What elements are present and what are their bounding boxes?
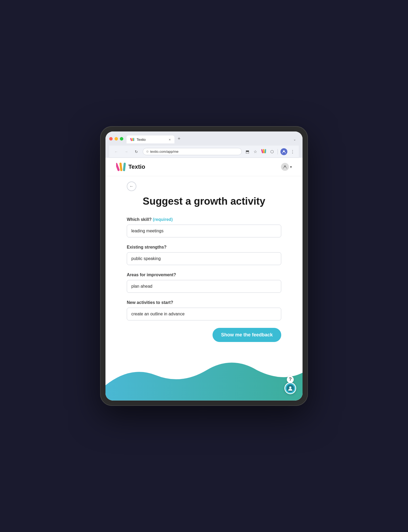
page-content: Textio ▾ ← Suggest a growth activity Whi… <box>105 158 303 401</box>
minimize-button[interactable] <box>115 137 118 141</box>
skill-section: Which skill? (required) <box>127 217 281 237</box>
refresh-button[interactable]: ↻ <box>133 148 140 155</box>
close-button[interactable] <box>109 137 113 141</box>
more-options-icon[interactable]: ⋮ <box>289 148 296 155</box>
wave-svg <box>105 360 303 401</box>
traffic-lights <box>109 137 123 141</box>
toolbar-separator <box>278 149 278 154</box>
browser-toolbar: ← → ↻ ⊙ textio.com/app/me ⬒ ☆ <box>109 146 299 158</box>
help-button[interactable]: ? <box>284 376 296 394</box>
browser-window: Textio × + ⌄ ← → ↻ ⊙ textio.com/app/me ⬒… <box>105 131 303 401</box>
tab-bar: Textio × + ⌄ <box>127 134 299 143</box>
forward-nav-button[interactable]: → <box>123 148 130 155</box>
tab-favicon <box>130 137 134 142</box>
browser-chrome: Textio × + ⌄ ← → ↻ ⊙ textio.com/app/me ⬒… <box>105 131 303 158</box>
strengths-input[interactable] <box>127 252 281 265</box>
help-avatar-inner <box>287 385 294 392</box>
required-tag: (required) <box>153 217 173 222</box>
tab-title: Textio <box>137 138 146 142</box>
svg-point-11 <box>289 386 291 389</box>
new-tab-button[interactable]: + <box>174 134 184 143</box>
back-nav-button[interactable]: ← <box>112 148 120 155</box>
skill-input[interactable] <box>127 225 281 237</box>
svg-rect-9 <box>123 163 126 171</box>
svg-rect-5 <box>264 149 266 153</box>
improvement-section: Areas for improvement? <box>127 273 281 293</box>
address-bar[interactable]: ⊙ textio.com/app/me <box>143 148 242 155</box>
user-avatar <box>281 163 289 171</box>
wave-decoration: ? <box>105 358 303 401</box>
svg-rect-7 <box>116 163 120 171</box>
logo-container: Textio <box>116 162 145 172</box>
star-icon[interactable]: ☆ <box>252 148 258 155</box>
app-header: Textio ▾ <box>105 158 303 176</box>
strengths-section: Existing strengths? <box>127 245 281 265</box>
svg-rect-2 <box>133 138 134 141</box>
main-content: ← Suggest a growth activity Which skill?… <box>105 176 303 342</box>
strengths-label: Existing strengths? <box>127 245 281 250</box>
new-activities-input[interactable] <box>127 308 281 320</box>
logo-text: Textio <box>128 163 145 170</box>
svg-rect-8 <box>119 163 123 171</box>
submit-button[interactable]: Show me the feedback <box>213 328 281 342</box>
page-title: Suggest a growth activity <box>127 195 281 208</box>
user-profile-icon[interactable] <box>280 148 287 155</box>
back-button[interactable]: ← <box>127 182 136 191</box>
user-menu[interactable]: ▾ <box>281 163 292 171</box>
cast-icon[interactable]: ⬒ <box>244 148 250 155</box>
submit-section: Show me the feedback <box>127 328 281 342</box>
extensions-puzzle-icon[interactable]: ⬡ <box>269 148 275 155</box>
improvement-label: Areas for improvement? <box>127 273 281 277</box>
active-tab[interactable]: Textio × <box>127 135 174 143</box>
textio-logo-icon <box>116 162 126 172</box>
new-activities-section: New activities to start? <box>127 300 281 320</box>
device-frame: Textio × + ⌄ ← → ↻ ⊙ textio.com/app/me ⬒… <box>100 126 308 406</box>
address-bar-url: textio.com/app/me <box>150 150 178 154</box>
extension-icon[interactable] <box>260 148 267 155</box>
help-question-mark: ? <box>287 376 294 383</box>
skill-label: Which skill? (required) <box>127 217 281 222</box>
toolbar-actions: ⬒ ☆ ⬡ ⋮ <box>244 148 296 155</box>
tab-chevron[interactable]: ⌄ <box>291 135 299 143</box>
tab-close-button[interactable]: × <box>169 138 171 142</box>
help-avatar[interactable] <box>284 382 296 394</box>
maximize-button[interactable] <box>120 137 123 141</box>
improvement-input[interactable] <box>127 280 281 293</box>
address-bar-security-icon: ⊙ <box>146 150 149 153</box>
user-menu-arrow: ▾ <box>290 165 292 169</box>
new-activities-label: New activities to start? <box>127 300 281 305</box>
browser-titlebar: Textio × + ⌄ <box>109 134 299 143</box>
